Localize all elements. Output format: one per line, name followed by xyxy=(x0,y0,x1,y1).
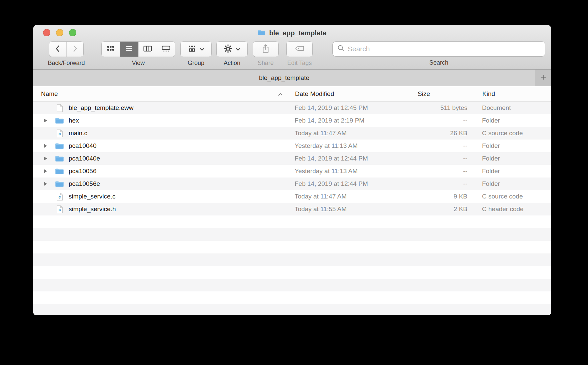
date-modified-cell: Yesterday at 11:13 AM xyxy=(288,142,409,150)
kind-cell: C header code xyxy=(474,205,551,213)
icon-view-icon xyxy=(107,46,115,53)
kind-cell: Folder xyxy=(474,142,551,150)
kind-cell: C source code xyxy=(474,193,551,200)
search-input[interactable] xyxy=(348,45,540,53)
share-button[interactable] xyxy=(253,42,278,57)
file-name: hex xyxy=(69,117,79,124)
date-modified-cell: Feb 14, 2019 at 2:19 PM xyxy=(288,117,409,124)
size-cell: 511 bytes xyxy=(409,104,474,112)
file-icon xyxy=(55,181,64,187)
disclosure-triangle-icon[interactable] xyxy=(44,144,51,148)
disclosure-triangle-icon[interactable] xyxy=(44,194,51,198)
page-title: ble_app_template xyxy=(269,29,326,37)
column-header-name[interactable]: Name xyxy=(33,86,288,101)
disclosure-triangle-icon[interactable] xyxy=(44,207,51,211)
empty-row xyxy=(33,291,551,304)
back-button[interactable] xyxy=(49,42,66,57)
file-name: pca10040 xyxy=(69,142,96,150)
file-name-cell: hex xyxy=(33,117,288,124)
kind-cell: Folder xyxy=(474,155,551,162)
list-view-icon xyxy=(125,46,133,53)
forward-button[interactable] xyxy=(66,42,84,57)
disclosure-triangle-icon[interactable] xyxy=(44,119,51,123)
gear-icon xyxy=(224,44,232,54)
group-button[interactable] xyxy=(181,42,211,57)
date-modified-cell: Today at 11:47 AM xyxy=(288,130,409,137)
file-name-cell: pca10040 xyxy=(33,142,288,150)
file-name-cell: pca10056 xyxy=(33,168,288,175)
column-header-size[interactable]: Size xyxy=(409,86,474,101)
table-row[interactable]: c simple_service.h Today at 11:55 AM 2 K… xyxy=(33,203,551,215)
table-row[interactable]: pca10040 Yesterday at 11:13 AM -- Folder xyxy=(33,140,551,152)
size-cell: 9 KB xyxy=(409,193,474,200)
file-name-cell: ble_app_template.eww xyxy=(33,104,288,112)
table-row[interactable]: ble_app_template.eww Feb 14, 2019 at 12:… xyxy=(33,102,551,114)
size-cell: 2 KB xyxy=(409,205,474,213)
file-name: simple_service.c xyxy=(69,193,115,200)
share-label: Share xyxy=(258,60,274,67)
list-view-button[interactable] xyxy=(120,42,138,57)
disclosure-triangle-icon[interactable] xyxy=(44,131,51,135)
file-name-cell: pca10056e xyxy=(33,180,288,187)
chevron-down-icon xyxy=(236,46,240,52)
gallery-view-button[interactable] xyxy=(157,42,175,57)
tab-ble-app-template[interactable]: ble_app_template xyxy=(33,70,535,86)
window-title: ble_app_template xyxy=(33,29,551,37)
search-field xyxy=(333,42,545,56)
file-icon xyxy=(55,155,64,162)
file-icon: c xyxy=(55,205,64,213)
empty-row xyxy=(33,304,551,315)
disclosure-triangle-icon[interactable] xyxy=(44,157,51,161)
table-row[interactable]: pca10056 Yesterday at 11:13 AM -- Folder xyxy=(33,165,551,178)
date-modified-cell: Today at 11:47 AM xyxy=(288,193,409,200)
edit-tags-button[interactable] xyxy=(287,42,312,57)
table-row[interactable]: c main.c Today at 11:47 AM 26 KB C sourc… xyxy=(33,127,551,140)
file-name-cell: c simple_service.c xyxy=(33,192,288,201)
size-cell: -- xyxy=(409,168,474,175)
plus-icon xyxy=(540,74,546,82)
file-name: pca10056 xyxy=(69,168,96,175)
file-list: ble_app_template.eww Feb 14, 2019 at 12:… xyxy=(33,102,551,315)
file-name: ble_app_template.eww xyxy=(69,104,133,112)
column-header-kind[interactable]: Kind xyxy=(474,86,551,101)
new-tab-button[interactable] xyxy=(535,70,551,86)
search-label: Search xyxy=(429,59,448,66)
kind-cell: Document xyxy=(474,104,551,112)
file-icon xyxy=(55,168,64,175)
share-icon xyxy=(262,44,269,54)
action-button[interactable] xyxy=(217,42,247,57)
size-cell: -- xyxy=(409,155,474,162)
size-cell: -- xyxy=(409,142,474,150)
disclosure-triangle-icon[interactable] xyxy=(44,106,51,110)
file-name: pca10040e xyxy=(69,155,100,162)
action-label: Action xyxy=(224,60,240,67)
date-modified-cell: Yesterday at 11:13 AM xyxy=(288,168,409,175)
table-row[interactable]: pca10056e Feb 14, 2019 at 12:44 PM -- Fo… xyxy=(33,178,551,190)
date-modified-cell: Feb 14, 2019 at 12:44 PM xyxy=(288,155,409,162)
table-row[interactable]: pca10040e Feb 14, 2019 at 12:44 PM -- Fo… xyxy=(33,152,551,165)
date-modified-cell: Feb 14, 2019 at 12:44 PM xyxy=(288,180,409,187)
table-row[interactable]: c simple_service.c Today at 11:47 AM 9 K… xyxy=(33,190,551,203)
file-name-cell: pca10040e xyxy=(33,155,288,162)
empty-row xyxy=(33,241,551,253)
disclosure-triangle-icon[interactable] xyxy=(44,169,51,173)
svg-text:c: c xyxy=(58,207,61,212)
tab-bar: ble_app_template xyxy=(33,70,551,86)
date-modified-cell: Today at 11:55 AM xyxy=(288,205,409,213)
icon-view-button[interactable] xyxy=(102,42,120,57)
chevron-left-icon xyxy=(55,45,60,54)
kind-cell: Folder xyxy=(474,168,551,175)
column-header-date-modified[interactable]: Date Modified xyxy=(288,86,409,101)
view-control xyxy=(102,42,175,57)
kind-cell: C source code xyxy=(474,130,551,137)
column-view-button[interactable] xyxy=(138,42,157,57)
window-chrome: ble_app_template Back/Forward xyxy=(33,25,551,70)
view-label: View xyxy=(132,60,145,67)
table-row[interactable]: hex Feb 14, 2019 at 2:19 PM -- Folder xyxy=(33,114,551,127)
file-name-cell: c main.c xyxy=(33,129,288,138)
empty-row xyxy=(33,215,551,228)
svg-text:c: c xyxy=(58,195,61,199)
empty-row xyxy=(33,279,551,291)
chevron-right-icon xyxy=(72,45,78,54)
disclosure-triangle-icon[interactable] xyxy=(44,182,51,186)
